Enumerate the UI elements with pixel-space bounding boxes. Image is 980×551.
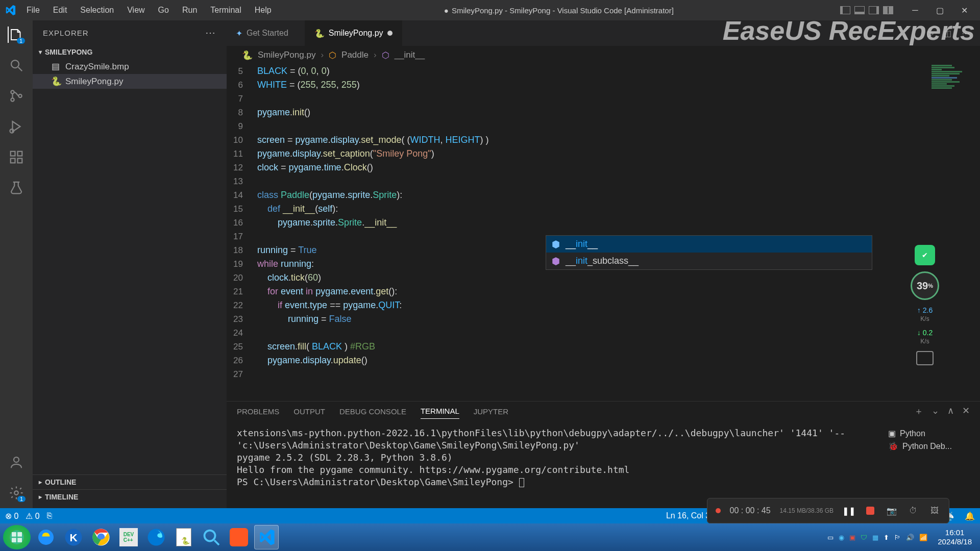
- recording-bar[interactable]: 00 : 00 : 45 14.15 MB/38.36 GB ❚❚ 📷 ⏱ 🖼: [707, 498, 949, 523]
- account-icon[interactable]: [8, 454, 24, 470]
- layout-icons[interactable]: [840, 6, 893, 14]
- menu-file[interactable]: File: [20, 3, 46, 18]
- stop-button[interactable]: [864, 505, 876, 517]
- taskbar-app2-icon[interactable]: [227, 525, 251, 549]
- folder-header[interactable]: SMILEYPONG: [33, 45, 227, 59]
- panel-tab-debug-console[interactable]: DEBUG CONSOLE: [339, 407, 406, 419]
- tray-icon[interactable]: 🛡: [861, 534, 867, 541]
- download-stat: ↓ 0.2K/s: [917, 329, 933, 345]
- menu-edit[interactable]: Edit: [47, 3, 74, 18]
- timeline-section[interactable]: TIMELINE: [33, 489, 227, 504]
- statusbar-item[interactable]: ⚠ 0: [26, 511, 39, 521]
- panel-maximize-icon[interactable]: ∧: [947, 405, 954, 420]
- tab[interactable]: 🐍SmileyPong.py: [305, 20, 402, 46]
- run-play-icon[interactable]: ▷: [927, 29, 934, 38]
- shield-icon: ✔: [915, 245, 935, 265]
- panel-close-icon[interactable]: ✕: [962, 405, 970, 420]
- outline-section[interactable]: OUTLINE: [33, 474, 227, 489]
- menu-go[interactable]: Go: [152, 3, 175, 18]
- tab[interactable]: ✦Get Started: [227, 20, 305, 46]
- panel-right-icon[interactable]: [869, 6, 879, 14]
- vscode-logo-icon: [0, 5, 20, 16]
- settings-badge: 1: [17, 496, 26, 502]
- panel-tab-terminal[interactable]: TERMINAL: [421, 407, 459, 419]
- tray-icon[interactable]: ▦: [872, 534, 878, 541]
- taskbar-notepad-icon[interactable]: 🐍: [172, 525, 196, 549]
- menu-help[interactable]: Help: [249, 3, 278, 18]
- dirty-indicator: [387, 31, 393, 36]
- sidebar-more-icon[interactable]: ⋯: [205, 27, 216, 39]
- panel-bottom-icon[interactable]: [854, 6, 865, 14]
- panel-tab-jupyter[interactable]: JUPYTER: [474, 407, 508, 419]
- menu-view[interactable]: View: [121, 3, 151, 18]
- taskbar-chrome-icon[interactable]: [89, 525, 113, 549]
- system-tray[interactable]: ▭ ◉ ▣ 🛡 ▦ ⬆ 🏳 🔊 📶 16:01 2024/8/18: [827, 528, 977, 546]
- upload-stat: ↑ 2.6K/s: [917, 306, 933, 322]
- main-menu: FileEditSelectionViewGoRunTerminalHelp: [20, 3, 278, 18]
- taskbar-devcpp-icon[interactable]: DEVC++: [116, 525, 141, 549]
- terminal-instance[interactable]: ▣Python: [888, 427, 975, 440]
- minimap[interactable]: [929, 64, 980, 217]
- statusbar-item[interactable]: ⎘: [47, 511, 52, 521]
- code-editor[interactable]: 5BLACK = (0, 0, 0)6WHITE = (255, 255, 25…: [227, 64, 980, 401]
- breadcrumb[interactable]: 🐍 SmileyPong.py › ⬡ Paddle › ⬡ __init__: [227, 46, 980, 64]
- explorer-icon[interactable]: 1: [8, 27, 24, 43]
- autocomplete-item[interactable]: __init__: [546, 236, 872, 253]
- layout-grid-icon[interactable]: [883, 6, 893, 14]
- pause-button[interactable]: ❚❚: [843, 505, 855, 517]
- search-icon[interactable]: [8, 57, 24, 73]
- menu-selection[interactable]: Selection: [74, 3, 120, 18]
- minimize-button[interactable]: ─: [903, 0, 927, 20]
- file-item[interactable]: ▤CrazySmile.bmp: [33, 59, 227, 74]
- timer-button[interactable]: ⏱: [907, 505, 919, 517]
- screenshot-button[interactable]: 📷: [886, 505, 898, 517]
- editor-more-icon[interactable]: ⋯: [962, 29, 970, 38]
- split-editor-icon[interactable]: ◫: [944, 29, 951, 38]
- rec-mem: 14.15 MB/38.36 GB: [780, 507, 834, 514]
- menu-run[interactable]: Run: [176, 3, 203, 18]
- tray-icon[interactable]: 🏳: [894, 534, 901, 541]
- close-button[interactable]: ✕: [952, 0, 976, 20]
- tray-icon[interactable]: ⬆: [884, 534, 889, 541]
- python-file-icon: 🐍: [242, 50, 253, 61]
- camera-icon[interactable]: [916, 351, 934, 365]
- taskbar-clock[interactable]: 16:01 2024/8/18: [933, 528, 977, 546]
- taskbar-search-icon[interactable]: [199, 525, 224, 549]
- rec-settings-button[interactable]: 🖼: [928, 505, 941, 517]
- panel-tab-output[interactable]: OUTPUT: [293, 407, 325, 419]
- run-debug-icon[interactable]: [8, 118, 24, 135]
- rec-time: 00 : 00 : 45: [730, 506, 771, 515]
- maximize-button[interactable]: ▢: [928, 0, 951, 20]
- terminal-list[interactable]: ▣Python🐞Python Deb...: [883, 424, 980, 508]
- taskbar-ie-icon[interactable]: [34, 525, 58, 549]
- taskbar-edge-icon[interactable]: [144, 525, 168, 549]
- autocomplete-popup[interactable]: __init____init_subclass__: [546, 235, 872, 270]
- tray-network-icon[interactable]: 📶: [919, 534, 927, 541]
- testing-icon[interactable]: [8, 180, 24, 196]
- statusbar-item[interactable]: ⊗ 0: [5, 511, 18, 521]
- new-terminal-icon[interactable]: ＋: [914, 405, 923, 420]
- panel-left-icon[interactable]: [840, 6, 850, 14]
- svg-point-13: [38, 530, 54, 545]
- tray-icon[interactable]: ◉: [839, 534, 844, 541]
- settings-icon[interactable]: 1: [8, 485, 24, 501]
- menu-terminal[interactable]: Terminal: [204, 3, 247, 18]
- terminal-split-icon[interactable]: ⌄: [932, 405, 939, 420]
- statusbar-item[interactable]: 🔔: [965, 511, 975, 521]
- terminal-output[interactable]: xtensions\ms-python.python-2022.16.1\pyt…: [227, 424, 883, 508]
- class-icon: ⬡: [329, 50, 336, 61]
- start-button[interactable]: [3, 525, 31, 549]
- file-icon: 🐍: [51, 76, 60, 87]
- source-control-icon[interactable]: [8, 88, 24, 104]
- svg-point-18: [148, 529, 165, 546]
- extensions-icon[interactable]: [8, 149, 24, 165]
- tray-icon[interactable]: ▭: [827, 534, 834, 541]
- tray-volume-icon[interactable]: 🔊: [906, 534, 914, 541]
- file-item[interactable]: 🐍SmileyPong.py: [33, 74, 227, 89]
- panel-tab-problems[interactable]: PROBLEMS: [237, 407, 279, 419]
- terminal-instance[interactable]: 🐞Python Deb...: [888, 440, 975, 453]
- taskbar-app1-icon[interactable]: K: [61, 525, 86, 549]
- taskbar-vscode-icon[interactable]: [254, 525, 279, 549]
- autocomplete-item[interactable]: __init_subclass__: [546, 253, 872, 269]
- tray-icon[interactable]: ▣: [849, 534, 855, 541]
